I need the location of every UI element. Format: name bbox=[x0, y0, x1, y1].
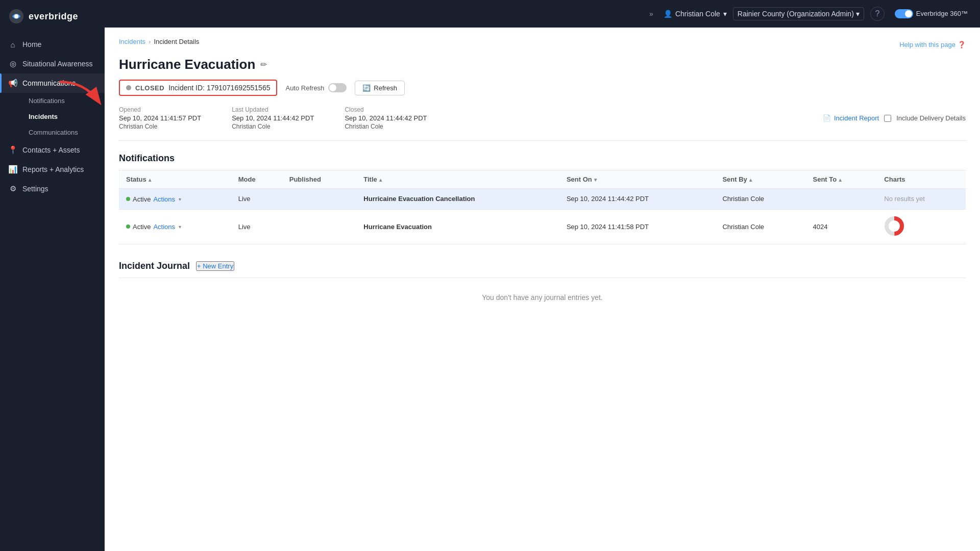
auto-refresh-group: Auto Refresh bbox=[285, 83, 347, 92]
include-delivery-label: Include Delivery Details bbox=[896, 114, 966, 122]
actions-chevron-icon: ▾ bbox=[179, 224, 181, 230]
row2-sent-to: 4024 bbox=[806, 209, 877, 244]
sidebar-item-label: Contacts + Assets bbox=[22, 146, 80, 154]
sidebar-item-home[interactable]: ⌂ Home bbox=[0, 35, 105, 54]
incidents-label: Incidents bbox=[29, 113, 58, 120]
closed-date: Sep 10, 2024 11:44:42 PDT bbox=[345, 114, 427, 122]
communications-icon: 📢 bbox=[8, 79, 17, 88]
home-icon: ⌂ bbox=[8, 40, 17, 49]
notifications-section-title: Notifications bbox=[119, 153, 966, 164]
sidebar-nav: ⌂ Home ◎ Situational Awareness 📢 Communi… bbox=[0, 31, 105, 551]
incident-title-row: Hurricane Evacuation ✏ bbox=[119, 57, 966, 72]
col-title: Title▲ bbox=[356, 170, 559, 189]
breadcrumb: Incidents › Incident Details bbox=[119, 38, 199, 45]
breadcrumb-current: Incident Details bbox=[154, 38, 199, 45]
opened-by: Christian Cole bbox=[119, 123, 201, 130]
incident-report-link[interactable]: 📄 Incident Report bbox=[823, 114, 879, 122]
sidebar-item-label: Settings bbox=[22, 185, 48, 193]
report-icon: 📄 bbox=[823, 114, 831, 122]
user-menu[interactable]: 👤 Christian Cole ▾ bbox=[664, 10, 727, 18]
org-chevron-icon: ▾ bbox=[856, 10, 860, 18]
journal-header: Incident Journal + New Entry bbox=[119, 261, 966, 271]
opened-date: Sep 10, 2024 11:41:57 PDT bbox=[119, 114, 201, 122]
col-sent-on: Sent On▼ bbox=[559, 170, 716, 189]
actions-chevron-icon: ▾ bbox=[179, 196, 181, 202]
sidebar-item-settings[interactable]: ⚙ Settings bbox=[0, 179, 105, 198]
active-dot-icon bbox=[126, 224, 130, 229]
product-badge: Everbridge 360™ bbox=[891, 7, 972, 20]
last-updated-date: Sep 10, 2024 11:44:42 PDT bbox=[232, 114, 314, 122]
sidebar-item-label: Communications bbox=[22, 79, 76, 87]
topbar: » 👤 Christian Cole ▾ Rainier County (Org… bbox=[105, 0, 980, 28]
row2-published bbox=[282, 209, 357, 244]
status-badge-box: CLOSED Incident ID: 1791071692551565 bbox=[119, 80, 277, 96]
reports-icon: 📊 bbox=[8, 165, 17, 174]
col-sent-to: Sent To▲ bbox=[806, 170, 877, 189]
settings-icon: ⚙ bbox=[8, 184, 17, 193]
sub-nav: Notifications Incidents Communications bbox=[0, 93, 105, 140]
closed-label: Closed bbox=[345, 106, 427, 113]
user-icon: 👤 bbox=[664, 10, 672, 18]
situational-awareness-icon: ◎ bbox=[8, 59, 17, 68]
active-dot-icon bbox=[126, 197, 130, 201]
incident-id: Incident ID: 1791071692551565 bbox=[168, 84, 270, 92]
sidebar-sub-notifications[interactable]: Notifications bbox=[22, 93, 105, 109]
new-entry-button[interactable]: + New Entry bbox=[196, 261, 234, 271]
row2-mode: Live bbox=[231, 209, 282, 244]
actions-link-2[interactable]: Actions bbox=[153, 223, 175, 231]
row1-title: Hurricaine Evacuation Cancellation bbox=[356, 189, 559, 210]
incident-report-label: Incident Report bbox=[834, 114, 879, 122]
opened-label: Opened bbox=[119, 106, 201, 113]
sidebar-item-reports-analytics[interactable]: 📊 Reports + Analytics bbox=[0, 160, 105, 179]
row1-charts: No results yet bbox=[877, 189, 966, 210]
sidebar-item-communications[interactable]: 📢 Communications bbox=[0, 73, 105, 93]
sidebar: everbridge ⌂ Home ◎ Situational Awarenes… bbox=[0, 0, 105, 551]
row1-sent-on: Sep 10, 2024 11:44:42 PDT bbox=[559, 189, 716, 210]
logo-text: everbridge bbox=[29, 11, 78, 22]
status-label: CLOSED bbox=[135, 84, 164, 92]
edit-icon[interactable]: ✏ bbox=[260, 60, 267, 69]
auto-refresh-toggle[interactable] bbox=[328, 83, 347, 92]
help-button[interactable]: ? bbox=[870, 7, 885, 21]
actions-link-1[interactable]: Actions bbox=[153, 195, 175, 203]
auto-refresh-label: Auto Refresh bbox=[285, 84, 324, 92]
col-mode: Mode bbox=[231, 170, 282, 189]
sidebar-sub-incidents[interactable]: Incidents bbox=[22, 109, 105, 124]
sidebar-logo: everbridge bbox=[0, 0, 105, 31]
refresh-icon: 🔄 bbox=[362, 84, 371, 92]
main-wrapper: » 👤 Christian Cole ▾ Rainier County (Org… bbox=[105, 0, 980, 551]
last-updated-meta: Last Updated Sep 10, 2024 11:44:42 PDT C… bbox=[232, 106, 314, 130]
sidebar-item-situational-awareness[interactable]: ◎ Situational Awareness bbox=[0, 54, 105, 73]
sidebar-item-contacts-assets[interactable]: 📍 Contacts + Assets bbox=[0, 140, 105, 160]
row2-status: Active Actions ▾ bbox=[119, 209, 231, 244]
status-row: CLOSED Incident ID: 1791071692551565 Aut… bbox=[119, 80, 966, 96]
org-menu[interactable]: Rainier County (Organization Admin) ▾ bbox=[733, 7, 864, 20]
refresh-button[interactable]: 🔄 Refresh bbox=[355, 81, 405, 95]
new-entry-label: + New Entry bbox=[197, 262, 233, 270]
contacts-icon: 📍 bbox=[8, 145, 17, 155]
user-chevron-icon: ▾ bbox=[723, 10, 727, 18]
last-updated-label: Last Updated bbox=[232, 106, 314, 113]
journal-title: Incident Journal bbox=[119, 261, 190, 271]
notifications-table: Status▲ Mode Published Title▲ Sent On▼ S… bbox=[119, 170, 966, 244]
expand-icon[interactable]: » bbox=[645, 8, 657, 20]
col-status: Status▲ bbox=[119, 170, 231, 189]
product-toggle[interactable] bbox=[895, 9, 913, 18]
last-updated-by: Christian Cole bbox=[232, 123, 314, 130]
col-sent-by: Sent By▲ bbox=[715, 170, 805, 189]
row1-sent-by: Christian Cole bbox=[715, 189, 805, 210]
status-dot bbox=[126, 85, 131, 90]
metadata-row: Opened Sep 10, 2024 11:41:57 PDT Christi… bbox=[119, 106, 966, 141]
breadcrumb-parent[interactable]: Incidents bbox=[119, 38, 145, 45]
table-row: Active Actions ▾ Live Hurricane Evacuati… bbox=[119, 209, 966, 244]
sidebar-sub-communications[interactable]: Communications bbox=[22, 124, 105, 140]
help-circle-icon: ❓ bbox=[958, 41, 966, 48]
table-row: Active Actions ▾ Live Hurricaine Evacuat… bbox=[119, 189, 966, 210]
org-name: Rainier County (Organization Admin) bbox=[738, 10, 854, 18]
help-link-text: Help with this page bbox=[899, 41, 955, 48]
col-published: Published bbox=[282, 170, 357, 189]
include-delivery-checkbox[interactable] bbox=[884, 115, 891, 122]
row2-charts bbox=[877, 209, 966, 244]
communications-sub-label: Communications bbox=[29, 129, 78, 136]
help-link[interactable]: Help with this page ❓ bbox=[899, 41, 966, 48]
